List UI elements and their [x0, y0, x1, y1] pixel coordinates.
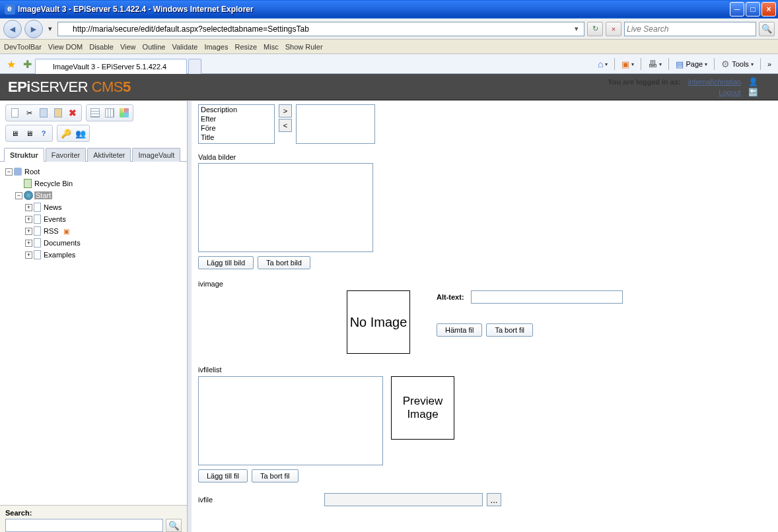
- new-page-button[interactable]: [9, 107, 20, 119]
- tree-search-input[interactable]: [5, 519, 163, 532]
- available-metadata-list[interactable]: Description Efter Före Title: [198, 104, 275, 144]
- back-button[interactable]: ◄: [3, 20, 22, 38]
- tree-start[interactable]: Start: [34, 191, 52, 199]
- username-link[interactable]: internal\christian: [688, 78, 741, 86]
- delete-button[interactable]: ✖: [67, 107, 79, 119]
- tree-search-button[interactable]: 🔍: [166, 519, 182, 532]
- tab-imagevault[interactable]: ImageVault: [132, 148, 180, 162]
- add-file-button[interactable]: Lägg till fil: [198, 469, 248, 482]
- selected-images-list[interactable]: [198, 163, 373, 252]
- page-menu[interactable]: ▤Page▾: [673, 57, 710, 71]
- logout-link[interactable]: Logout: [719, 88, 741, 96]
- list-option[interactable]: Före: [199, 123, 274, 133]
- tab-struktur[interactable]: Struktur: [4, 148, 44, 162]
- url-dropdown[interactable]: ▾: [571, 24, 582, 33]
- print-button[interactable]: 🖶▾: [645, 57, 664, 71]
- tab-favoriter[interactable]: Favoriter: [46, 148, 86, 162]
- left-panel: ✂ ✖ 🖥 🖥 ? 🔑 👥 Struktur: [0, 101, 188, 532]
- browse-button[interactable]: ...: [487, 493, 501, 506]
- history-dropdown[interactable]: ▾: [46, 22, 55, 36]
- tree-item[interactable]: Events: [42, 215, 67, 223]
- tree-item[interactable]: News: [42, 203, 63, 211]
- devbar-item[interactable]: Resize: [234, 43, 257, 51]
- devbar-item[interactable]: Validate: [172, 43, 197, 51]
- delete-file-button[interactable]: Ta bort fil: [252, 469, 299, 482]
- monitor1-button[interactable]: 🖥: [9, 127, 20, 139]
- stop-button[interactable]: ×: [606, 22, 621, 36]
- rss-icon: ▣: [63, 228, 69, 235]
- tree-collapse[interactable]: −: [5, 168, 13, 176]
- add-image-button[interactable]: Lägg till bild: [198, 256, 254, 269]
- tree-recycle[interactable]: Recycle Bin: [33, 180, 74, 187]
- tab-favicon: [41, 62, 50, 71]
- file-list[interactable]: [198, 376, 383, 465]
- window-close-button[interactable]: ×: [761, 2, 776, 17]
- favorites-button[interactable]: ★: [5, 57, 18, 71]
- list-option[interactable]: Efter: [199, 114, 274, 123]
- add-favorite-button[interactable]: ✚: [20, 57, 34, 71]
- left-toolbar-row-1: ✂ ✖: [0, 101, 187, 121]
- refresh-button[interactable]: ↻: [587, 22, 603, 36]
- help-button[interactable]: ?: [38, 127, 50, 139]
- grid3-button[interactable]: [118, 107, 130, 119]
- devbar-item[interactable]: DevToolBar: [4, 43, 42, 51]
- tree-item[interactable]: RSS: [42, 227, 60, 235]
- people-button[interactable]: 👥: [75, 127, 87, 139]
- tree-expand[interactable]: +: [25, 251, 32, 259]
- tree-item[interactable]: Examples: [42, 251, 77, 259]
- window-minimize-button[interactable]: ─: [730, 2, 744, 17]
- grid2-button[interactable]: [104, 107, 116, 119]
- devbar-item[interactable]: View DOM: [48, 43, 83, 51]
- move-right-button[interactable]: >: [279, 104, 292, 117]
- search-go-button[interactable]: 🔍: [759, 22, 775, 36]
- selected-metadata-list[interactable]: [296, 104, 375, 144]
- forward-button[interactable]: ►: [24, 20, 43, 38]
- new-tab-button[interactable]: [188, 59, 201, 74]
- ivfile-path-input[interactable]: [324, 493, 483, 506]
- tree-item[interactable]: Documents: [42, 239, 82, 247]
- devbar-item[interactable]: Images: [204, 43, 228, 51]
- monitor2-button[interactable]: 🖥: [23, 127, 35, 139]
- address-bar[interactable]: ▾: [57, 22, 584, 36]
- window-title: ImageVault 3 - EPiServer 5.1.422.4 - Win…: [18, 5, 730, 14]
- search-box[interactable]: [624, 22, 756, 36]
- cut-button[interactable]: ✂: [23, 107, 35, 119]
- page-tree[interactable]: − Root Recycle Bin − Start + News +: [0, 162, 187, 505]
- copy-button[interactable]: [38, 107, 50, 119]
- image-thumbnail: No Image: [347, 290, 410, 354]
- paste-button[interactable]: [52, 107, 64, 119]
- tab-aktiviteter[interactable]: Aktiviteter: [87, 148, 131, 162]
- alt-text-input[interactable]: [471, 290, 623, 304]
- ivimage-label: ivimage: [198, 280, 223, 288]
- tree-root[interactable]: Root: [23, 168, 41, 176]
- search-label: Search:: [5, 509, 182, 517]
- browser-tab[interactable]: ImageVault 3 - EPiServer 5.1.422.4: [35, 59, 187, 74]
- tree-search: Search: 🔍: [0, 505, 187, 532]
- devbar-item[interactable]: Misc: [264, 43, 279, 51]
- move-left-button[interactable]: <: [279, 119, 292, 132]
- tree-expand[interactable]: +: [25, 240, 32, 247]
- url-input[interactable]: [73, 24, 571, 34]
- key-button[interactable]: 🔑: [60, 127, 72, 139]
- feeds-button[interactable]: ▣▾: [619, 57, 637, 71]
- expand-chevrons[interactable]: »: [765, 57, 774, 71]
- fetch-file-button[interactable]: Hämta fil: [437, 323, 482, 337]
- main-scroll[interactable]: Description Efter Före Title > < Valda b…: [192, 101, 778, 532]
- remove-image-button[interactable]: Ta bort bild: [258, 256, 310, 269]
- grid1-button[interactable]: [89, 107, 101, 119]
- tree-collapse[interactable]: −: [15, 192, 22, 199]
- devbar-item[interactable]: Disable: [89, 43, 114, 51]
- tree-expand[interactable]: +: [25, 204, 32, 211]
- list-option[interactable]: Description: [199, 105, 274, 114]
- home-button[interactable]: ⌂▾: [595, 57, 610, 71]
- devbar-item[interactable]: View: [120, 43, 136, 51]
- tools-menu[interactable]: ⚙Tools▾: [719, 57, 756, 71]
- list-option[interactable]: Title: [199, 133, 274, 142]
- tree-expand[interactable]: +: [25, 216, 32, 223]
- tree-expand[interactable]: +: [25, 228, 32, 235]
- devbar-item[interactable]: Outline: [143, 43, 166, 51]
- remove-file-button[interactable]: Ta bort fil: [486, 323, 533, 337]
- window-maximize-button[interactable]: □: [746, 2, 760, 17]
- devbar-item[interactable]: Show Ruler: [285, 43, 323, 51]
- search-input[interactable]: [627, 24, 754, 34]
